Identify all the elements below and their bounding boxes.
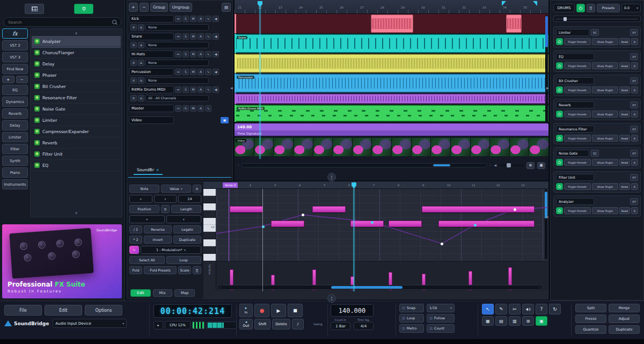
- loop-toggle[interactable]: Loop: [399, 314, 424, 323]
- reverse-button[interactable]: Reverse: [144, 225, 172, 233]
- double-length-button[interactable]: * 2: [129, 236, 142, 244]
- power-button[interactable]: [556, 183, 563, 190]
- power-button[interactable]: [556, 111, 563, 118]
- wave-icon[interactable]: ∿: [205, 69, 211, 75]
- automation-button[interactable]: A: [197, 51, 204, 57]
- channel-name[interactable]: DRUMS: [553, 4, 575, 12]
- tempo-clip[interactable]: 140.00: [235, 123, 548, 130]
- video-thumbnail[interactable]: [333, 138, 352, 156]
- channel-fader[interactable]: [553, 16, 641, 22]
- category-find-new[interactable]: Find New: [2, 64, 28, 74]
- show-plugin-button[interactable]: Show Plugin: [592, 135, 619, 142]
- a-button[interactable]: A: [631, 111, 638, 118]
- solo-button[interactable]: S: [182, 69, 189, 75]
- track-name[interactable]: RitMix Drums MIDI: [129, 86, 174, 93]
- category-dynamics[interactable]: Dynamics: [2, 97, 28, 107]
- read-button[interactable]: Read: [619, 183, 630, 190]
- show-plugin-button[interactable]: Show Plugin: [592, 62, 619, 69]
- fx-slot-name[interactable]: Resonance Filter: [556, 126, 594, 133]
- solo-button[interactable]: S: [182, 51, 189, 57]
- xy-pad-button[interactable]: XY: [630, 150, 638, 157]
- note-select[interactable]: ▾: [129, 195, 152, 203]
- read-button[interactable]: Read: [619, 207, 630, 214]
- midi-note[interactable]: [312, 206, 346, 213]
- power-button[interactable]: [556, 62, 563, 69]
- gain-select[interactable]: 0.0▾: [621, 4, 641, 12]
- plugin-presets-button[interactable]: Plugin Presets: [564, 183, 591, 190]
- midi-note[interactable]: [438, 221, 535, 227]
- time-signature-lane[interactable]: Time Signature: [235, 130, 548, 136]
- category-delay[interactable]: Delay: [2, 120, 28, 130]
- search-input[interactable]: [4, 20, 112, 25]
- scrollbar-thumb[interactable]: [545, 16, 548, 47]
- automation-point[interactable]: [441, 243, 443, 245]
- project-tab[interactable]: SoundBr ×: [134, 166, 163, 175]
- mute-button[interactable]: M: [190, 33, 196, 40]
- video-thumbnail[interactable]: [529, 138, 548, 156]
- fx-slot-name[interactable]: Bit Crusher: [556, 77, 594, 84]
- plugin-item-resonance-filter[interactable]: Resonance Filter: [32, 92, 121, 104]
- audio-clip[interactable]: [235, 54, 548, 72]
- panel-icon[interactable]: ▭: [175, 105, 181, 112]
- read-button[interactable]: Read: [619, 135, 630, 142]
- mute-button[interactable]: M: [190, 16, 196, 22]
- file-menu-button[interactable]: File: [4, 305, 42, 316]
- play-button[interactable]: ▶: [271, 304, 286, 317]
- master-track-name[interactable]: Master: [129, 105, 174, 112]
- track-options-button[interactable]: ▤: [222, 3, 231, 12]
- stretch-icon[interactable]: ↔: [175, 16, 181, 22]
- value-field[interactable]: 24: [178, 195, 201, 203]
- plugin-item-phaser[interactable]: Phaser: [32, 70, 121, 81]
- input-icon[interactable]: ◀: [213, 33, 219, 40]
- frame-view-button[interactable]: ▣: [537, 162, 545, 169]
- shift-button[interactable]: Shift: [254, 319, 270, 330]
- plugin-item-eq[interactable]: EQ: [32, 160, 121, 171]
- automation-button[interactable]: A: [197, 16, 204, 22]
- routing-menu-icon[interactable]: ≡: [138, 95, 144, 101]
- solo-button[interactable]: S: [182, 33, 189, 40]
- audio-clip[interactable]: [235, 94, 548, 104]
- category-synth[interactable]: Synth: [2, 156, 28, 166]
- plugin-presets-button[interactable]: Plugin Presets: [564, 62, 591, 69]
- time-sig-select[interactable]: 4/4: [354, 322, 374, 330]
- black-key[interactable]: [203, 246, 216, 253]
- panel-splitter[interactable]: ∧∨: [327, 294, 336, 303]
- plugin-item-noise-gate[interactable]: Noise Gate: [32, 104, 121, 115]
- mute-button[interactable]: M: [190, 51, 196, 57]
- add-track-button[interactable]: +: [129, 3, 138, 12]
- delete-notes-button[interactable]: [193, 266, 201, 274]
- loop-end-icon[interactable]: [533, 1, 537, 6]
- loop-tool[interactable]: ↻: [549, 304, 561, 314]
- scroll-right-icon[interactable]: ›: [539, 286, 540, 289]
- automation-button[interactable]: A: [197, 69, 204, 75]
- solo-button[interactable]: ·S·: [182, 105, 189, 112]
- scrollbar-thumb[interactable]: [331, 286, 402, 289]
- pad-tool[interactable]: ▣: [536, 316, 547, 326]
- select-all-button[interactable]: Select All: [129, 256, 165, 264]
- video-thumbnail[interactable]: [254, 138, 274, 156]
- wave-icon[interactable]: ∿: [205, 51, 211, 57]
- collapse-right-icon[interactable]: ▶: [546, 215, 549, 218]
- white-key[interactable]: [203, 218, 216, 225]
- add-category-button[interactable]: +: [2, 76, 14, 83]
- video-thumbnail[interactable]: [490, 138, 509, 156]
- video-thumbnail[interactable]: [294, 138, 313, 156]
- category-eq[interactable]: EQ: [2, 85, 28, 95]
- editor-tab-mix[interactable]: Mix: [153, 289, 172, 297]
- metro-toggle[interactable]: Metro: [399, 324, 424, 333]
- length-button[interactable]: Length: [171, 205, 201, 213]
- input-icon[interactable]: ◀: [213, 16, 219, 22]
- white-key[interactable]: [203, 239, 216, 246]
- video-track-name[interactable]: Video: [129, 116, 174, 124]
- record-button[interactable]: ●: [254, 304, 269, 317]
- a-button[interactable]: A: [631, 86, 638, 93]
- audio-device-select[interactable]: Audio Input Device▾: [53, 319, 127, 328]
- xy-pad-button[interactable]: XY: [630, 174, 638, 181]
- automation-button[interactable]: A: [197, 33, 204, 40]
- show-plugin-button[interactable]: Show Plugin: [592, 183, 619, 190]
- scroll-left-icon[interactable]: ‹: [219, 286, 221, 289]
- black-key[interactable]: [203, 210, 216, 217]
- category-vst-3[interactable]: VST 3: [2, 52, 28, 62]
- adjust-button[interactable]: Adjust: [609, 314, 640, 323]
- channel-power-button[interactable]: [576, 4, 585, 12]
